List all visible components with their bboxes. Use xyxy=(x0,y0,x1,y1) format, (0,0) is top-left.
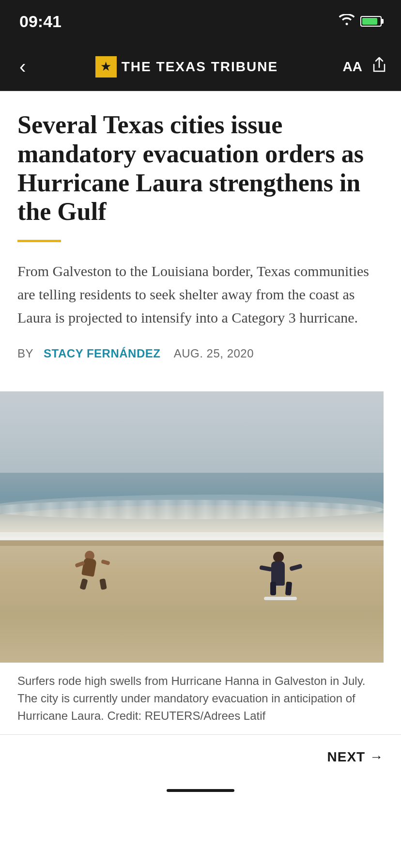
byline-date: AUG. 25, 2020 xyxy=(174,347,254,360)
logo-text: THE TEXAS TRIBUNE xyxy=(122,59,278,75)
battery-icon xyxy=(360,16,382,27)
back-button[interactable]: ‹ xyxy=(15,51,31,82)
nav-logo: ★ THE TEXAS TRIBUNE xyxy=(95,56,278,78)
article-image-container: Surfers rode high swells from Hurricane … xyxy=(0,376,401,725)
status-time: 09:41 xyxy=(19,12,62,31)
share-button[interactable] xyxy=(372,57,386,77)
wifi-icon xyxy=(339,14,355,29)
text-size-button[interactable]: AA xyxy=(343,59,362,75)
nav-actions: AA xyxy=(343,57,386,77)
byline-author[interactable]: STACY FERNÁNDEZ xyxy=(44,347,160,360)
home-indicator xyxy=(0,779,401,798)
article-title: Several Texas cities issue mandatory eva… xyxy=(17,110,384,226)
battery-fill xyxy=(362,18,377,25)
byline-prefix: BY xyxy=(17,347,33,360)
logo-star-icon: ★ xyxy=(95,56,117,78)
article-image xyxy=(0,391,384,663)
title-divider xyxy=(17,240,61,242)
next-button[interactable]: NEXT → xyxy=(327,749,384,765)
article-byline: BY STACY FERNÁNDEZ AUG. 25, 2020 xyxy=(17,347,384,360)
nav-bar: ‹ ★ THE TEXAS TRIBUNE AA xyxy=(0,43,401,91)
home-bar xyxy=(167,789,234,792)
status-icons xyxy=(339,14,382,29)
next-bar: NEXT → xyxy=(0,734,401,779)
article-subtitle: From Galveston to the Louisiana border, … xyxy=(17,260,384,329)
status-bar: 09:41 xyxy=(0,0,401,43)
image-caption: Surfers rode high swells from Hurricane … xyxy=(17,663,384,725)
article-container: Several Texas cities issue mandatory eva… xyxy=(0,91,401,360)
surf-scene-illustration xyxy=(0,391,384,663)
